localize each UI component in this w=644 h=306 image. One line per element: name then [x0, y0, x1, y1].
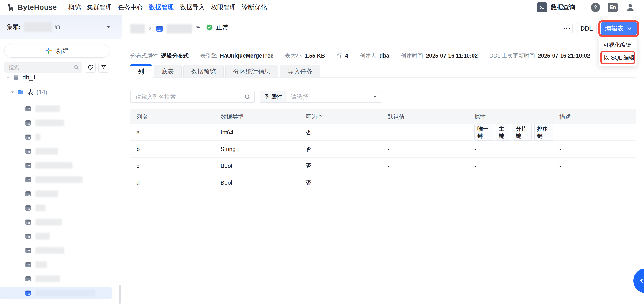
cell-name: c [130, 162, 214, 170]
attr-chips: 唯一键主键分片键排序键 [474, 124, 553, 141]
tree-table-item[interactable] [0, 187, 112, 200]
language-toggle[interactable]: En [608, 3, 618, 12]
table-row[interactable]: dBool否--- [130, 174, 636, 191]
cell-type: Int64 [214, 129, 300, 136]
tab-底表[interactable]: 底表 [154, 65, 182, 78]
status-label: 正常 [216, 23, 228, 32]
table-icon [25, 148, 32, 154]
tab-分区统计信息[interactable]: 分区统计信息 [226, 65, 278, 78]
sidebar-search-input[interactable]: 搜索... [4, 62, 82, 73]
table-row[interactable]: cBool否--- [130, 158, 636, 174]
meta-pair: 创建时间2025-07-16 11:10:02 [401, 52, 478, 59]
filter-button[interactable] [98, 62, 109, 73]
more-actions-button[interactable]: ··· [562, 23, 573, 34]
meta-label: 创建人 [360, 52, 376, 59]
copy-icon[interactable] [195, 26, 201, 32]
sidebar-scrollbar-thumb[interactable] [119, 285, 121, 304]
nav-item[interactable]: 诊断优化 [242, 3, 267, 12]
tree-table-item[interactable] [0, 102, 112, 115]
bytehouse-logo-icon [6, 3, 16, 12]
cluster-dropdown-caret[interactable] [106, 25, 110, 30]
search-icon [244, 94, 251, 100]
new-button[interactable]: 新建 [4, 44, 109, 58]
select-caret-icon [373, 95, 377, 99]
data-query-entry[interactable]: 数据查询 [537, 2, 575, 12]
brand-logo[interactable]: ByteHouse [6, 3, 57, 12]
tree-table-item[interactable] [0, 173, 112, 186]
meta-pair: 行4 [336, 52, 348, 59]
cluster-bar: 集群: [0, 14, 122, 40]
tab-导入任务[interactable]: 导入任务 [280, 65, 320, 78]
column-header: 数据类型 [214, 113, 300, 121]
ddl-button[interactable]: DDL [577, 23, 596, 34]
table-icon [25, 134, 32, 140]
cell-attrs: - [468, 162, 553, 170]
tree-table-item[interactable] [0, 216, 112, 228]
table-row[interactable]: bString否--- [130, 141, 636, 158]
new-button-label: 新建 [56, 46, 69, 55]
column-header: 默认值 [381, 113, 468, 121]
chevron-expanded-icon[interactable] [6, 76, 10, 79]
tree-table-item[interactable] [0, 145, 112, 158]
cell-name: a [130, 129, 214, 136]
tree-tables-folder[interactable]: 表(14) [11, 86, 47, 99]
nav-item[interactable]: 数据导入 [180, 3, 205, 12]
chevron-down-icon [626, 26, 632, 32]
cell-nullable: 否 [300, 179, 381, 187]
user-avatar-icon[interactable] [626, 2, 635, 12]
cell-name: b [130, 146, 214, 152]
nav-item[interactable]: 数据管理 [149, 3, 174, 12]
table-name-redacted [36, 134, 40, 140]
nav-item[interactable]: 任务中心 [118, 3, 143, 12]
breadcrumb-chevron-icon: › [149, 24, 152, 33]
tab-数据预览[interactable]: 数据预览 [183, 65, 224, 78]
table-name-redacted [166, 24, 192, 34]
nav-item[interactable]: 集群管理 [87, 3, 112, 12]
table-name-redacted [36, 247, 64, 254]
column-attr-select[interactable]: 请选择 [286, 91, 382, 102]
meta-label: DDL 上次更新时间 [489, 52, 535, 59]
table-name-redacted [36, 120, 64, 126]
nav-item[interactable]: 概览 [68, 3, 81, 12]
tree-table-item[interactable] [0, 159, 112, 172]
columns-table: 列名数据类型可为空默认值属性描述 aInt64否-唯一键主键分片键排序键-bSt… [130, 110, 636, 191]
cluster-label: 集群: [7, 23, 20, 31]
column-filter-row: 请输入列名搜索 列属性 请选择 [130, 91, 382, 103]
column-header: 描述 [553, 113, 636, 121]
help-icon[interactable]: ? [591, 3, 600, 12]
table-icon [25, 276, 32, 282]
refresh-button[interactable] [85, 62, 96, 73]
cell-type: Bool [214, 179, 300, 186]
tree-table-item[interactable] [0, 230, 112, 243]
filter-funnel-icon [101, 64, 106, 70]
meta-value: 2025-07-16 11:10:02 [426, 52, 478, 59]
tree-database-node[interactable]: db_1 [6, 74, 36, 84]
meta-value: 2025-07-16 21:10:02 [538, 52, 590, 59]
meta-label: 创建时间 [401, 52, 423, 59]
tree-table-item[interactable] [0, 244, 112, 257]
meta-pair: 表大小1.55 KB [285, 52, 325, 59]
table-name-redacted [36, 204, 46, 211]
column-header: 可为空 [300, 113, 381, 121]
menu-item[interactable]: 以 SQL 编辑 [602, 52, 634, 63]
tree-table-item[interactable] [0, 258, 112, 271]
edit-table-button[interactable]: 编辑表 [600, 22, 637, 35]
tree-table-item[interactable] [0, 116, 112, 129]
column-search-placeholder: 请输入列名搜索 [136, 93, 244, 101]
tree-table-item[interactable] [0, 286, 112, 299]
cell-nullable: 否 [300, 129, 381, 136]
menu-item[interactable]: 可视化编辑 [599, 39, 637, 51]
tree-table-item[interactable] [0, 131, 112, 144]
nav-item[interactable]: 权限管理 [211, 3, 236, 12]
meta-value: dba [379, 52, 389, 59]
column-search-input[interactable]: 请输入列名搜索 [130, 91, 255, 103]
breadcrumb-database-redacted[interactable] [130, 24, 145, 34]
table-name-redacted [36, 233, 50, 240]
tree-table-item[interactable] [0, 202, 112, 214]
tab-列[interactable]: 列 [130, 64, 152, 78]
bytehouse-app: ByteHouse 概览集群管理任务中心数据管理数据导入权限管理诊断优化 数据查… [0, 0, 644, 306]
tree-table-item[interactable] [0, 272, 112, 285]
chevron-expanded-icon[interactable] [11, 90, 14, 94]
table-row[interactable]: aInt64否-唯一键主键分片键排序键- [130, 124, 636, 141]
copy-icon[interactable] [55, 24, 61, 30]
